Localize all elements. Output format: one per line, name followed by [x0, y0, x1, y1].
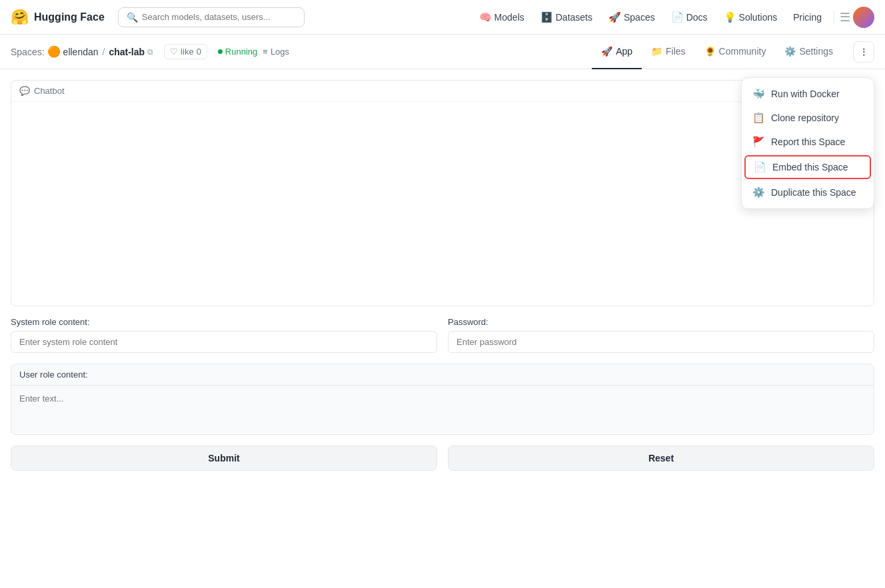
datasets-icon: 🗄️	[540, 11, 553, 23]
password-col: Password:	[448, 317, 874, 353]
logs-button[interactable]: ≡ Logs	[263, 47, 289, 57]
app-tab-icon: 🚀	[601, 46, 612, 57]
dropdown-clone-repo[interactable]: 📋 Clone repository	[742, 106, 874, 130]
nav-datasets[interactable]: 🗄️ Datasets	[534, 7, 599, 27]
space-owner-icon: 🟠	[47, 45, 61, 58]
dropdown-duplicate-space-label: Duplicate this Space	[771, 187, 856, 198]
chatbot-icon: 💬	[19, 86, 30, 96]
tab-files-label: Files	[666, 46, 686, 57]
chatbot-title: Chatbot	[34, 86, 65, 96]
copy-icon[interactable]: ⧉	[147, 47, 153, 57]
flag-icon: 🚩	[752, 136, 764, 148]
duplicate-icon: ⚙️	[752, 186, 764, 198]
tab-app-label: App	[616, 46, 632, 57]
list-icon: ☰	[840, 10, 850, 25]
dropdown-embed-space[interactable]: 📄 Embed this Space	[744, 155, 871, 179]
search-input[interactable]	[142, 12, 296, 22]
heart-icon: ♡	[170, 47, 178, 57]
like-button[interactable]: ♡ like 0	[164, 44, 207, 59]
status-dot	[218, 49, 223, 54]
search-bar: 🔍	[118, 7, 305, 27]
password-label: Password:	[448, 317, 874, 327]
dropdown-report-space[interactable]: 🚩 Report this Space	[742, 130, 874, 154]
action-row: Submit Reset	[11, 445, 874, 471]
nav-models-label: Models	[494, 12, 524, 23]
more-dots-icon: ⋮	[859, 47, 868, 57]
spaces-breadcrumb-label: Spaces:	[11, 47, 45, 57]
password-input[interactable]	[448, 331, 874, 353]
nav-solutions[interactable]: 💡 Solutions	[717, 7, 784, 27]
tab-files[interactable]: 📁 Files	[642, 35, 695, 69]
tab-community[interactable]: 🌻 Community	[695, 35, 776, 69]
space-tabs: 🚀 App 📁 Files 🌻 Community ⚙️ Settings	[592, 35, 842, 69]
embed-icon: 📄	[754, 161, 766, 173]
nav-solutions-label: Solutions	[739, 12, 778, 23]
nav-docs[interactable]: 📄 Docs	[664, 7, 714, 27]
system-role-col: System role content:	[11, 317, 437, 353]
nav-links: 🧠 Models 🗄️ Datasets 🚀 Spaces 📄 Docs 💡 S…	[472, 7, 874, 28]
logs-icon: ≡	[263, 47, 268, 57]
nav-spaces[interactable]: 🚀 Spaces	[602, 7, 662, 27]
settings-tab-icon: ⚙️	[784, 46, 796, 57]
spaces-icon: 🚀	[608, 11, 621, 23]
dropdown-menu: 🐳 Run with Docker 📋 Clone repository 🚩 R…	[741, 77, 874, 209]
tab-community-label: Community	[719, 46, 766, 57]
tab-settings[interactable]: ⚙️ Settings	[775, 35, 842, 69]
system-role-label: System role content:	[11, 317, 437, 327]
dropdown-embed-space-label: Embed this Space	[772, 162, 848, 172]
solutions-icon: 💡	[724, 11, 736, 23]
dropdown-clone-repo-label: Clone repository	[771, 113, 839, 123]
nav-spaces-label: Spaces	[624, 12, 655, 23]
files-tab-icon: 📁	[651, 46, 662, 57]
space-owner: ellendan	[63, 47, 99, 57]
dropdown-duplicate-space[interactable]: ⚙️ Duplicate this Space	[742, 180, 874, 204]
user-role-label: User role content:	[11, 364, 874, 386]
dropdown-run-docker-label: Run with Docker	[771, 89, 840, 99]
docker-icon: 🐳	[752, 88, 764, 100]
space-nav: Spaces: 🟠 ellendan / chat-lab ⧉ ♡ like 0…	[0, 35, 885, 69]
docs-icon: 📄	[671, 11, 684, 23]
nav-models[interactable]: 🧠 Models	[472, 7, 531, 27]
like-count: 0	[197, 47, 201, 57]
system-role-input[interactable]	[11, 331, 437, 353]
avatar[interactable]	[853, 7, 874, 28]
like-label: like	[181, 47, 194, 57]
submit-button[interactable]: Submit	[11, 445, 437, 471]
logo-text: Hugging Face	[34, 11, 105, 23]
user-role-textarea[interactable]	[11, 386, 874, 432]
breadcrumb: Spaces: 🟠 ellendan / chat-lab ⧉	[11, 45, 153, 58]
logo-emoji: 🤗	[11, 9, 29, 26]
space-name: chat-lab	[109, 47, 145, 57]
dropdown-report-space-label: Report this Space	[771, 137, 845, 147]
user-role-section: User role content:	[11, 364, 874, 435]
search-icon: 🔍	[127, 12, 138, 23]
dropdown-run-docker[interactable]: 🐳 Run with Docker	[742, 82, 874, 106]
community-tab-icon: 🌻	[704, 46, 716, 57]
breadcrumb-slash: /	[103, 47, 105, 57]
more-button[interactable]: ⋮	[853, 41, 874, 63]
status-badge: Running	[218, 47, 257, 57]
tab-settings-label: Settings	[799, 46, 833, 57]
more-menu-container: ⋮ 🐳 Run with Docker 📋 Clone repository 🚩…	[848, 41, 874, 63]
reset-button[interactable]: Reset	[448, 445, 874, 471]
nav-datasets-label: Datasets	[556, 12, 592, 23]
models-icon: 🧠	[479, 11, 492, 23]
clone-icon: 📋	[752, 112, 764, 124]
top-nav: 🤗 Hugging Face 🔍 🧠 Models 🗄️ Datasets 🚀 …	[0, 0, 885, 35]
nav-divider	[834, 11, 834, 24]
tab-app[interactable]: 🚀 App	[592, 35, 642, 69]
logs-label: Logs	[271, 47, 289, 57]
status-label: Running	[225, 47, 257, 57]
logo[interactable]: 🤗 Hugging Face	[11, 9, 105, 26]
nav-pricing[interactable]: Pricing	[786, 8, 828, 27]
nav-docs-label: Docs	[686, 12, 708, 23]
nav-pricing-label: Pricing	[793, 12, 822, 23]
system-password-row: System role content: Password:	[11, 317, 874, 353]
